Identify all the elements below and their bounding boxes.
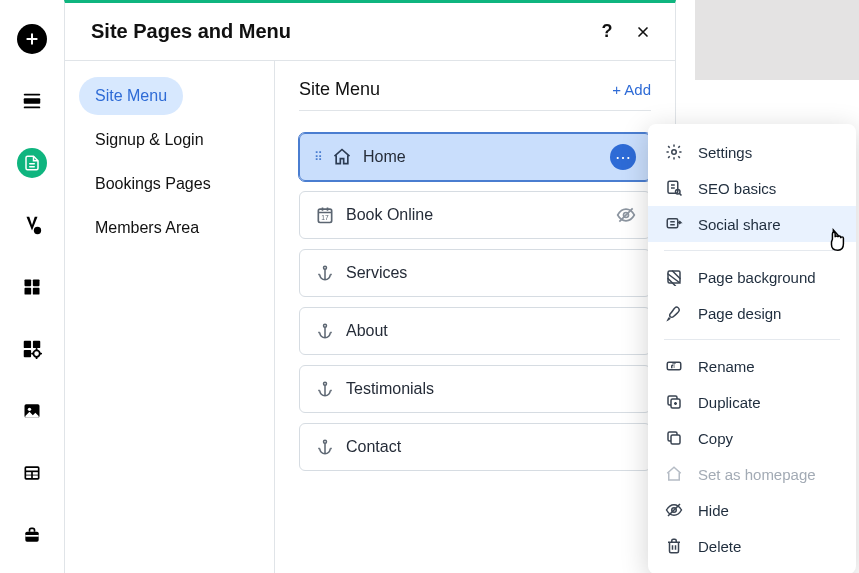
ctx-page-design[interactable]: Page design bbox=[648, 295, 856, 331]
anchor-icon bbox=[314, 320, 336, 342]
ctx-label: Copy bbox=[698, 430, 733, 447]
svg-rect-4 bbox=[25, 280, 32, 287]
social-icon bbox=[664, 214, 684, 234]
svg-point-3 bbox=[34, 227, 41, 234]
media-icon[interactable] bbox=[17, 396, 47, 426]
svg-rect-6 bbox=[25, 288, 32, 295]
panel-sidebar: Site Menu Signup & Login Bookings Pages … bbox=[65, 61, 275, 573]
svg-text:T: T bbox=[672, 362, 676, 369]
panel-main: Site Menu + Add ⠿ Home ⋯ 17 Book Online bbox=[275, 61, 675, 573]
ctx-label: Social share bbox=[698, 216, 781, 233]
canvas-header-strip bbox=[695, 0, 859, 80]
hidden-icon bbox=[616, 205, 636, 225]
background-icon bbox=[664, 267, 684, 287]
ctx-label: Hide bbox=[698, 502, 729, 519]
panel-header: Site Pages and Menu ? bbox=[65, 3, 675, 61]
page-row-services[interactable]: Services bbox=[299, 249, 651, 297]
svg-rect-18 bbox=[26, 476, 31, 479]
anchor-icon bbox=[314, 378, 336, 400]
svg-rect-19 bbox=[33, 476, 38, 479]
svg-point-29 bbox=[672, 150, 677, 155]
ctx-label: Page design bbox=[698, 305, 781, 322]
svg-rect-2 bbox=[24, 107, 41, 109]
svg-point-11 bbox=[33, 350, 39, 356]
svg-rect-20 bbox=[25, 532, 38, 542]
page-label: Contact bbox=[346, 438, 401, 456]
pages-icon[interactable] bbox=[17, 148, 47, 178]
svg-point-26 bbox=[324, 324, 327, 327]
ctx-label: Rename bbox=[698, 358, 755, 375]
ctx-settings[interactable]: Settings bbox=[648, 134, 856, 170]
data-icon[interactable] bbox=[17, 458, 47, 488]
ctx-label: Set as homepage bbox=[698, 466, 816, 483]
page-row-testimonials[interactable]: Testimonials bbox=[299, 365, 651, 413]
svg-point-28 bbox=[324, 440, 327, 443]
settings-grid-icon[interactable] bbox=[17, 334, 47, 364]
page-label: About bbox=[346, 322, 388, 340]
page-row-about[interactable]: About bbox=[299, 307, 651, 355]
svg-rect-7 bbox=[33, 288, 40, 295]
brush-icon bbox=[664, 303, 684, 323]
add-page-button[interactable]: + Add bbox=[612, 81, 651, 98]
panel-title: Site Pages and Menu bbox=[91, 20, 291, 43]
svg-rect-37 bbox=[671, 435, 680, 444]
ctx-label: Duplicate bbox=[698, 394, 761, 411]
svg-rect-32 bbox=[667, 219, 678, 228]
gear-icon bbox=[664, 142, 684, 162]
ctx-seo-basics[interactable]: SEO basics bbox=[648, 170, 856, 206]
ctx-label: Settings bbox=[698, 144, 752, 161]
copy-icon bbox=[664, 428, 684, 448]
ctx-social-share[interactable]: Social share bbox=[648, 206, 856, 242]
sections-icon[interactable] bbox=[17, 86, 47, 116]
ctx-label: Delete bbox=[698, 538, 741, 555]
svg-point-13 bbox=[28, 408, 31, 411]
page-row-home[interactable]: ⠿ Home ⋯ bbox=[299, 133, 651, 181]
help-icon[interactable]: ? bbox=[595, 20, 619, 44]
design-icon[interactable] bbox=[17, 210, 47, 240]
page-row-book-online[interactable]: 17 Book Online bbox=[299, 191, 651, 239]
drag-handle-icon[interactable]: ⠿ bbox=[314, 150, 321, 164]
home-outline-icon bbox=[664, 464, 684, 484]
svg-rect-15 bbox=[26, 468, 38, 471]
apps-icon[interactable] bbox=[17, 272, 47, 302]
search-doc-icon bbox=[664, 178, 684, 198]
sidebar-item-bookings-pages[interactable]: Bookings Pages bbox=[79, 165, 260, 203]
anchor-icon bbox=[314, 436, 336, 458]
svg-rect-16 bbox=[26, 472, 31, 475]
svg-rect-17 bbox=[33, 472, 38, 475]
main-heading: Site Menu bbox=[299, 79, 380, 100]
hide-icon bbox=[664, 500, 684, 520]
site-pages-panel: Site Pages and Menu ? Site Menu Signup &… bbox=[64, 0, 676, 573]
add-section-button[interactable] bbox=[17, 24, 47, 54]
ctx-delete[interactable]: Delete bbox=[648, 528, 856, 564]
sidebar-item-site-menu[interactable]: Site Menu bbox=[79, 77, 183, 115]
more-actions-button[interactable]: ⋯ bbox=[610, 144, 636, 170]
page-label: Home bbox=[363, 148, 406, 166]
ctx-hide[interactable]: Hide bbox=[648, 492, 856, 528]
ctx-page-background[interactable]: Page background bbox=[648, 259, 856, 295]
page-label: Testimonials bbox=[346, 380, 434, 398]
home-icon bbox=[331, 146, 353, 168]
ctx-copy[interactable]: Copy bbox=[648, 420, 856, 456]
divider bbox=[664, 339, 840, 340]
ctx-label: Page background bbox=[698, 269, 816, 286]
delete-icon bbox=[664, 536, 684, 556]
svg-rect-1 bbox=[24, 94, 41, 96]
duplicate-icon bbox=[664, 392, 684, 412]
svg-rect-21 bbox=[25, 535, 38, 537]
ctx-rename[interactable]: T Rename bbox=[648, 348, 856, 384]
business-icon[interactable] bbox=[17, 520, 47, 550]
page-label: Book Online bbox=[346, 206, 433, 224]
sidebar-item-members-area[interactable]: Members Area bbox=[79, 209, 260, 247]
page-label: Services bbox=[346, 264, 407, 282]
svg-rect-5 bbox=[33, 280, 40, 287]
close-icon[interactable] bbox=[631, 20, 655, 44]
sidebar-item-signup-login[interactable]: Signup & Login bbox=[79, 121, 260, 159]
page-context-menu: Settings SEO basics Social share Page ba… bbox=[648, 124, 856, 573]
svg-point-27 bbox=[324, 382, 327, 385]
page-row-contact[interactable]: Contact bbox=[299, 423, 651, 471]
ctx-duplicate[interactable]: Duplicate bbox=[648, 384, 856, 420]
svg-text:17: 17 bbox=[321, 214, 329, 221]
rename-icon: T bbox=[664, 356, 684, 376]
ctx-label: SEO basics bbox=[698, 180, 776, 197]
